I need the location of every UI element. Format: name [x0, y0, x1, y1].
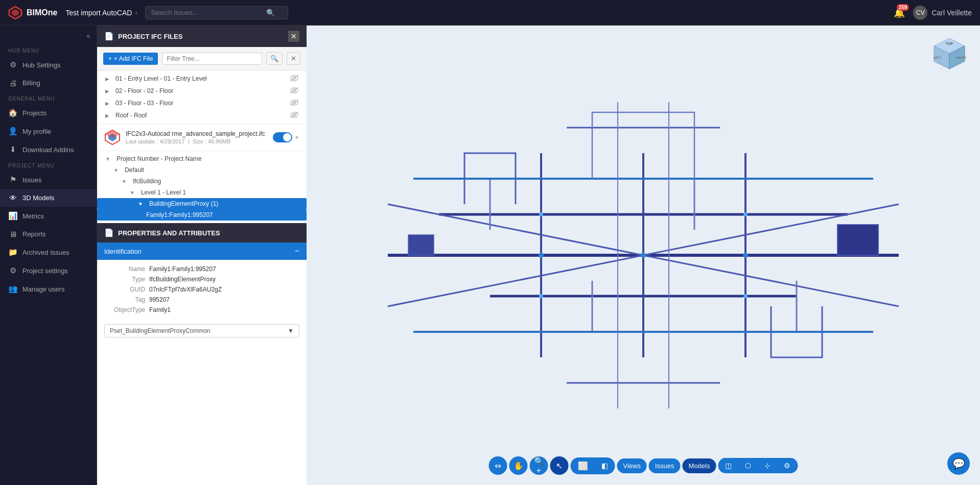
reports-icon: 🖥	[8, 230, 17, 238]
svg-point-43	[743, 212, 748, 216]
tree-item-label: BuildingElementProxy (1)	[149, 200, 218, 207]
search-icon: 🔍	[266, 9, 275, 17]
billing-icon: 🖨	[8, 79, 17, 87]
svg-text:FRONT: FRONT	[956, 56, 967, 59]
fit-button[interactable]: ⬡	[739, 458, 757, 473]
visibility-icon[interactable]	[290, 87, 298, 95]
sidebar-item-label: Manage users	[22, 285, 64, 293]
gear-icon: ⚙	[8, 60, 17, 69]
ifc-panel-close-button[interactable]: ✕	[288, 31, 299, 42]
sidebar-collapse[interactable]: «	[0, 32, 97, 44]
sidebar-item-project-settings[interactable]: ⚙ Project settings	[0, 261, 97, 280]
expand-icon: ▶	[105, 101, 109, 106]
prop-value-tag: 995207	[149, 296, 170, 303]
tree-item-entry-level[interactable]: ▶ 01 - Entry Level - 01 - Entry Level	[97, 72, 307, 85]
toggle-knob	[283, 133, 291, 141]
add-ifc-button[interactable]: + + Add IFC File	[103, 53, 158, 65]
settings-button[interactable]: ⚙	[778, 458, 797, 473]
visibility-icon[interactable]	[290, 111, 298, 119]
layers-button[interactable]: ◫	[719, 458, 738, 473]
sidebar-item-metrics[interactable]: 📊 Metrics	[0, 207, 97, 225]
app-logo[interactable]: BIMOne	[8, 6, 57, 20]
sidebar-item-archived-issues[interactable]: 📁 Archived Issues	[0, 243, 97, 261]
visibility-icon[interactable]	[290, 99, 298, 107]
ifc-file-info: IFC2x3-Autocad rme_advanced_sample_proje…	[126, 130, 268, 144]
tree-item-label: 03 - Floor - 03 - Floor	[115, 100, 173, 107]
views-button[interactable]: Views	[617, 458, 647, 473]
sidebar-item-my-profile[interactable]: 👤 My profile	[0, 122, 97, 140]
tree-item-label: Family1:Family1:995207	[146, 211, 213, 219]
tree-item-floor-02[interactable]: ▶ 02 - Floor - 02 - Floor	[97, 85, 307, 97]
eye-icon: 👁	[8, 193, 17, 202]
tree-item-family1[interactable]: Family1:Family1:995207	[97, 209, 307, 221]
ifc-file-meta: Last update : 4/29/2017 | Size : 46.96MB	[126, 138, 268, 144]
tree-item-label: Roof - Roof	[115, 112, 147, 119]
filter-search-button[interactable]: 🔍	[266, 52, 283, 65]
tree-item-ifc-building[interactable]: ▼ IfcBuilding	[97, 176, 307, 187]
prop-row-guid: GUID 07nIcFTpf7dvXlFa6AU2gZ	[104, 284, 299, 295]
sidebar-item-reports[interactable]: 🖥 Reports	[0, 225, 97, 243]
sidebar-item-label: Download Addins	[22, 146, 74, 154]
section-box-button[interactable]: ⬜	[572, 457, 594, 474]
sidebar-item-projects[interactable]: 🏠 Projects	[0, 104, 97, 122]
ifc-file-name: IFC2x3-Autocad rme_advanced_sample_proje…	[126, 130, 268, 137]
3d-viewer[interactable]: TOP LEFT FRONT ⇔ ✋ 🔍+ ↖ ⬜ ◧ Views Issues…	[307, 26, 980, 485]
pset-dropdown[interactable]: Pset_BuildingElementProxyCommon ▼	[104, 324, 299, 337]
models-button[interactable]: Models	[683, 458, 716, 473]
ifc-files-title: PROJECT IFC FILES	[118, 33, 182, 40]
zoom-button[interactable]: 🔍+	[530, 456, 548, 475]
user-menu[interactable]: CV Carl Veillette	[913, 6, 972, 20]
prop-label-guid: GUID	[104, 286, 145, 293]
select-button[interactable]: ↖	[550, 456, 569, 475]
sidebar-item-manage-users[interactable]: 👥 Manage users	[0, 280, 97, 298]
sidebar-item-label: Reports	[22, 230, 46, 238]
add-ifc-label: + Add IFC File	[114, 55, 153, 62]
notification-button[interactable]: 🔔 259	[894, 7, 905, 18]
search-bar[interactable]: 🔍	[145, 6, 288, 19]
file-icon: 📄	[104, 32, 114, 41]
sidebar-item-label: Issues	[22, 176, 42, 184]
rotate-button[interactable]: ✋	[509, 456, 528, 475]
tree-item-level-1[interactable]: ▼ Level 1 - Level 1	[97, 187, 307, 198]
tree-item-default[interactable]: ▼ Default	[97, 164, 307, 176]
collapse-icon[interactable]: «	[86, 32, 90, 40]
tree-item-label: IfcBuilding	[133, 178, 161, 185]
metrics-icon: 📊	[8, 211, 17, 221]
search-input[interactable]	[151, 9, 263, 16]
tree-item-roof[interactable]: ▶ Roof - Roof	[97, 109, 307, 122]
filter-tree-input[interactable]	[162, 53, 262, 65]
identification-collapse-button[interactable]: −	[295, 247, 299, 256]
visibility-icon[interactable]	[290, 75, 298, 83]
issues-icon: ⚑	[8, 175, 17, 184]
pan-button[interactable]: ⇔	[489, 456, 507, 475]
svg-rect-34	[408, 235, 434, 255]
prop-label-tag: Tag	[104, 296, 145, 303]
tree-item-project-number[interactable]: ▼ Project Number - Project Name	[97, 153, 307, 164]
expand-icon: ▼	[130, 190, 135, 196]
sidebar-item-label: Hub Settings	[22, 61, 60, 69]
navigation-cube[interactable]: TOP LEFT FRONT	[929, 36, 970, 77]
prop-label-objecttype: ObjectType	[104, 306, 145, 313]
sidebar-item-download-addins[interactable]: ⬇ Download Addins	[0, 140, 97, 159]
tree-item-floor-03[interactable]: ▶ 03 - Floor - 03 - Floor	[97, 97, 307, 109]
expand-icon: ▶	[105, 76, 109, 82]
section-button[interactable]: ◧	[595, 458, 614, 473]
toggle-caret-icon[interactable]: ▼	[294, 135, 299, 140]
properties-table: Name Family1:Family1:995207 Type IfcBuil…	[97, 260, 307, 319]
svg-line-4	[290, 75, 298, 81]
sidebar-item-hub-settings[interactable]: ⚙ Hub Settings	[0, 56, 97, 74]
sidebar-item-3d-models[interactable]: 👁 3D Models	[0, 189, 97, 207]
explode-button[interactable]: ⊹	[758, 458, 777, 473]
svg-text:LEFT: LEFT	[934, 56, 942, 59]
filter-clear-button[interactable]: ✕	[287, 52, 300, 65]
ifc-logo-icon	[104, 129, 121, 146]
tree-item-building-element-proxy[interactable]: ▼ BuildingElementProxy (1)	[97, 198, 307, 209]
project-breadcrumb[interactable]: Test import AutoCAD ›	[65, 9, 137, 17]
ifc-visibility-toggle[interactable]	[273, 132, 292, 142]
general-menu-label: GENERAL MENU	[0, 92, 97, 104]
sidebar-item-issues[interactable]: ⚑ Issues	[0, 171, 97, 189]
chat-button[interactable]: 💬	[947, 452, 970, 475]
sidebar-item-billing[interactable]: 🖨 Billing	[0, 74, 97, 92]
nested-tree-section: ▼ Project Number - Project Name ▼ Defaul…	[97, 151, 307, 223]
issues-button[interactable]: Issues	[649, 458, 681, 473]
